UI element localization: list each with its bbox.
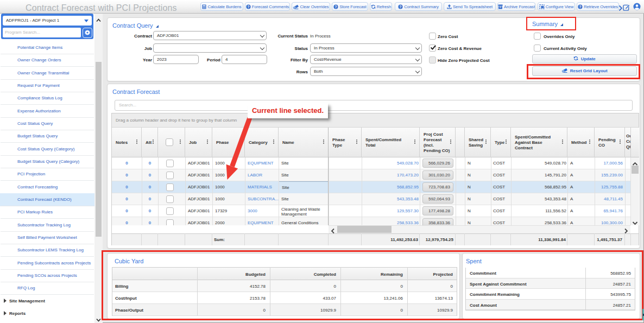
svg-text:?: ?	[335, 4, 337, 8]
svg-text:?: ?	[400, 4, 402, 8]
svg-text:?: ?	[579, 4, 581, 8]
svg-text:?: ?	[247, 4, 249, 8]
